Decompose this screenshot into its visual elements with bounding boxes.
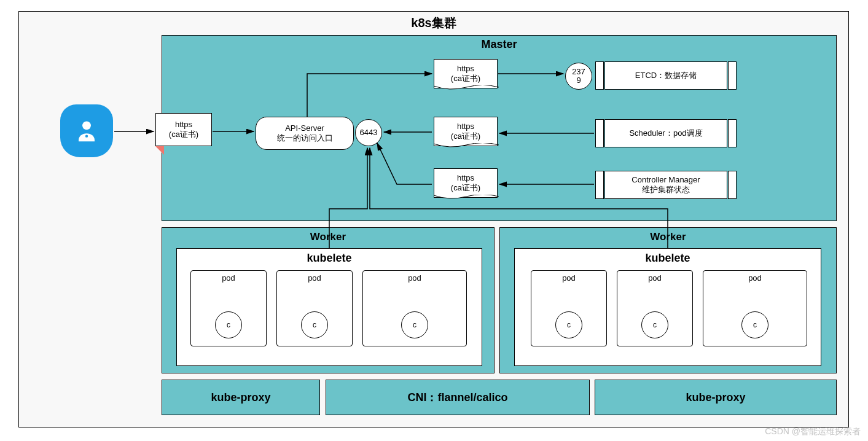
cni-box: CNI：flannel/calico (326, 380, 590, 415)
scheduler-module: Scheduler：pod调度 (604, 119, 727, 147)
pod-box: pod c (531, 270, 607, 346)
pod-container-circle: c (401, 311, 428, 338)
kube-proxy1-box: kube-proxy (162, 380, 320, 415)
pod-container-circle: c (555, 311, 582, 338)
https-note-line1: https (175, 120, 192, 129)
https-line2: (ca证书) (451, 131, 480, 142)
https-user-note: https (ca证书) (155, 113, 212, 146)
https-line1: https (457, 64, 474, 73)
scheduler-text: Scheduler：pod调度 (629, 128, 702, 139)
kubelet2-title: kubelete (514, 252, 821, 265)
https-note-scheduler: https (ca证书) (434, 117, 498, 146)
ribbon-notch (155, 146, 164, 155)
pod-container-circle: c (641, 311, 668, 338)
scheduler-left-side (595, 119, 604, 147)
etcd-module: ETCD：数据存储 (604, 61, 727, 90)
controller-line1: Controller Manager (631, 175, 700, 184)
pod-box: pod c (276, 270, 353, 346)
controller-module: Controller Manager 维护集群状态 (604, 171, 727, 199)
diagram-canvas: k8s集群 Master https (ca证书) API-Server 统一的… (0, 0, 868, 441)
controller-right-side (728, 171, 737, 199)
cni-label: CNI：flannel/calico (407, 390, 507, 405)
api-server-line2: 统一的访问入口 (277, 133, 333, 144)
pod-label: pod (277, 273, 352, 283)
pod-box: pod c (190, 270, 267, 346)
api-server-box: API-Server 统一的访问入口 (256, 117, 354, 150)
https-note-line2: (ca证书) (169, 129, 198, 140)
etcd-right-side (728, 61, 737, 90)
kube-proxy1-label: kube-proxy (211, 391, 270, 404)
https-note-controller: https (ca证书) (434, 168, 498, 198)
https-line2: (ca证书) (451, 73, 480, 84)
etcd-port-circle: 237 9 (565, 63, 592, 90)
worker1-title: Worker (162, 231, 495, 243)
master-title: Master (162, 38, 837, 51)
controller-left-side (595, 171, 604, 199)
controller-line2: 维护集群状态 (642, 184, 690, 195)
pod-label: pod (531, 273, 606, 283)
pod-box: pod c (617, 270, 693, 346)
pod-label: pod (703, 273, 807, 283)
pod-label: pod (363, 273, 466, 283)
https-line1: https (457, 173, 474, 182)
etcd-left-side (595, 61, 604, 90)
api-port-circle: 6443 (355, 119, 382, 146)
pod-container-circle: c (741, 311, 768, 338)
worker2-title: Worker (499, 231, 837, 243)
pod-label: pod (617, 273, 692, 283)
svg-point-1 (85, 135, 88, 138)
etcd-text: ETCD：数据存储 (635, 70, 697, 81)
kube-proxy2-box: kube-proxy (595, 380, 837, 415)
watermark-text: CSDN @智能运维探索者 (765, 426, 861, 437)
cluster-title: k8s集群 (18, 15, 849, 31)
pod-box: pod c (703, 270, 807, 346)
user-icon (60, 104, 113, 157)
api-server-line1: API-Server (285, 123, 324, 133)
pod-container-circle: c (215, 311, 242, 338)
https-line2: (ca证书) (451, 182, 480, 193)
kubelet1-title: kubelete (176, 252, 482, 265)
svg-point-0 (82, 121, 91, 130)
kube-proxy2-label: kube-proxy (686, 391, 745, 404)
pod-label: pod (191, 273, 266, 283)
scheduler-right-side (728, 119, 737, 147)
https-note-etcd: https (ca证书) (434, 59, 498, 88)
pod-container-circle: c (301, 311, 328, 338)
pod-box: pod c (362, 270, 467, 346)
https-line1: https (457, 122, 474, 131)
